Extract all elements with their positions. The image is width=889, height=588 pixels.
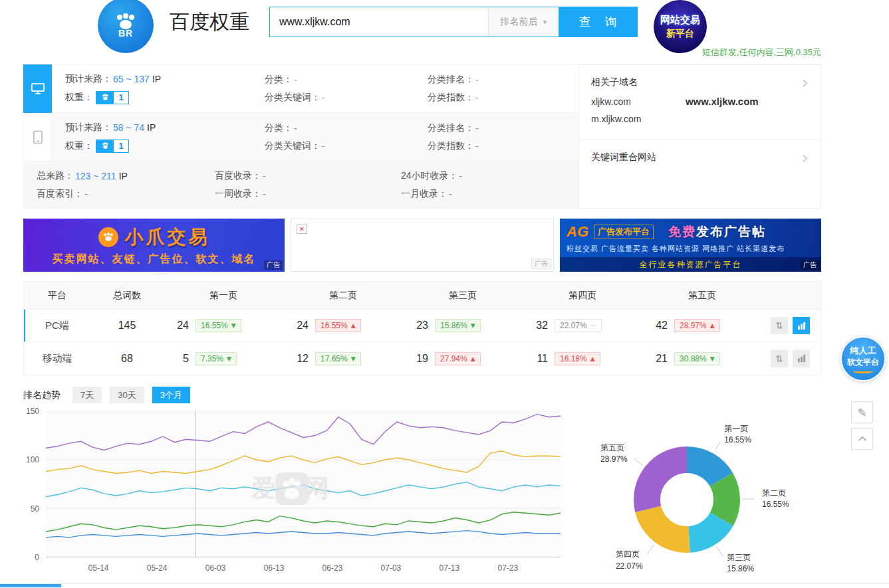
- chevron-right-icon[interactable]: ›: [802, 151, 809, 164]
- phone-icon: [33, 130, 43, 144]
- baidu-collect-value: -: [263, 171, 266, 181]
- trend-bar: 排名趋势 7天30天3个月: [23, 387, 821, 403]
- platform-label: PC端: [24, 320, 90, 332]
- page-count: 42: [652, 320, 668, 332]
- rank-dropdown-label: 排名前后: [500, 16, 537, 28]
- ad-tag: 广告: [531, 258, 551, 269]
- chart-toggle-button[interactable]: [793, 317, 810, 334]
- paw-icon: [101, 93, 110, 102]
- bar-chart-icon: [797, 354, 806, 363]
- chevron-right-icon[interactable]: ›: [802, 76, 809, 89]
- trend-chip-down: 16.55%▼: [195, 319, 241, 332]
- ad3-headline: 免费发布广告帖: [668, 223, 766, 241]
- donut-label-第二页: 第二页16.55%: [762, 488, 789, 511]
- line-chart: 050100150 爱站网 05-1405-2406-0306-1306-230…: [23, 411, 561, 587]
- h24-collect-label: 24小时收录：: [401, 170, 458, 182]
- chart-toggle-button[interactable]: [793, 350, 810, 367]
- soft-article-badge[interactable]: 纯人工 软文平台: [840, 336, 886, 381]
- trend-chip-down: 15.86%▼: [435, 319, 481, 332]
- search-input[interactable]: [270, 7, 488, 37]
- trend-chip-up: 28.97%▲: [674, 319, 720, 332]
- line-chart-plot[interactable]: 爱站网: [46, 411, 561, 557]
- series-第五页: [46, 414, 561, 450]
- page-count: 24: [173, 320, 189, 332]
- baidu-index-value: -: [84, 189, 88, 199]
- badge-line1: 纯人工: [850, 345, 876, 357]
- page-cell-1: 2416.55%▼: [164, 319, 283, 332]
- trend-tabs: 7天30天3个月: [72, 387, 190, 403]
- badge-underline: [853, 369, 873, 373]
- query-button[interactable]: 查 询: [559, 7, 637, 37]
- series-第四页: [46, 451, 561, 474]
- scrollbar-thumb[interactable]: [0, 584, 61, 587]
- pc-catindex-value: -: [475, 92, 479, 103]
- ad-banner-adplatform[interactable]: AG 广告发布平台 免费发布广告帖 粉丝交易 广告流量买卖 各种网站资源 网络推…: [560, 219, 821, 272]
- mobile-stats-row: 预计来路：58 ~ 74IP 权重： 1 分类：- 分类关键词：-: [52, 113, 578, 161]
- baidu-collect-label: 百度收录：: [215, 170, 261, 182]
- total-visits-label: 总来路：: [37, 170, 74, 182]
- week-collect-label: 一周收录：: [215, 188, 261, 200]
- mobile-weight-badge: 1: [96, 140, 129, 153]
- pc-weight-label: 权重：: [65, 92, 93, 104]
- x-tick-06-03: 06-03: [205, 563, 226, 573]
- bottom-strip: [0, 583, 889, 588]
- mobile-catrank-value: -: [475, 123, 479, 134]
- chevron-down-icon: ▾: [543, 17, 547, 27]
- monitor-icon: [31, 82, 45, 95]
- x-tick-05-24: 05-24: [147, 563, 168, 573]
- mobile-catrank-label: 分类排名：: [428, 122, 474, 134]
- edit-button[interactable]: ✎: [851, 401, 873, 423]
- device-icon-column: [23, 64, 52, 161]
- donut-label-第三页: 第三页15.86%: [727, 552, 754, 575]
- series-第一页: [46, 531, 561, 538]
- pc-visits-value: 65 ~ 137: [113, 74, 150, 84]
- subdomain-link-1[interactable]: xljkw.com: [591, 96, 631, 107]
- baidu-index-label: 百度索引：: [37, 188, 83, 200]
- ad-banner-xiaozhua[interactable]: 小爪交易 买卖网站、友链、广告位、软文、域名 广告: [23, 219, 285, 272]
- mobile-category-value: -: [294, 123, 297, 134]
- page-cell-3: 2315.86%▼: [403, 319, 523, 332]
- site-trade-badge[interactable]: 网站交易 新平台: [654, 0, 707, 53]
- col-header-5: 第四页: [523, 290, 642, 302]
- col-header-2: 第一页: [164, 290, 283, 302]
- side-panel: 相关子域名 › xljkw.com www.xljkw.com m.xljkw.…: [578, 64, 821, 208]
- subdomain-link-2[interactable]: m.xljkw.com: [591, 114, 641, 124]
- sort-button[interactable]: ⇅: [771, 350, 788, 367]
- trend-tab-2[interactable]: 3个月: [152, 387, 190, 403]
- trend-tab-0[interactable]: 7天: [72, 387, 102, 403]
- x-tick-07-23: 07-23: [497, 563, 518, 573]
- y-tick-150: 150: [26, 407, 39, 416]
- mobile-visits-label: 预计来路：: [65, 122, 112, 134]
- sms-promo-link[interactable]: 短信群发,任何内容,三网,0.35元: [702, 47, 821, 58]
- pc-category-label: 分类：: [265, 74, 293, 86]
- mobile-category-label: 分类：: [265, 122, 293, 134]
- page-cell-1: 57.35%▼: [164, 352, 283, 365]
- ad-tag: 广告: [264, 260, 283, 270]
- badge-line2: 新平台: [666, 28, 694, 40]
- total-visits-unit: IP: [119, 171, 128, 181]
- header: BR 百度权重 排名前后 ▾ 查 询 网站交易 新平台: [23, 0, 821, 44]
- stats-panel: 预计来路：65 ~ 137IP 权重： 1 分类：- 分类关键词：-: [23, 64, 821, 209]
- trend-flat-icon: —: [590, 322, 596, 329]
- trend-tab-1[interactable]: 30天: [110, 387, 144, 403]
- mobile-catindex-value: -: [475, 141, 479, 151]
- sort-button[interactable]: ⇅: [771, 317, 788, 334]
- x-axis-labels: 05-1405-2406-0306-1306-2307-0307-1307-23: [46, 557, 561, 575]
- back-to-top-button[interactable]: [851, 428, 873, 450]
- y-tick-100: 100: [26, 455, 39, 464]
- table-row-mobile: 移动端6857.35%▼1217.65%▼1927.94%▲1116.18%▲2…: [24, 342, 821, 375]
- overlap-title: 关键词重合网站: [591, 151, 656, 163]
- mobile-visits-unit: IP: [147, 122, 156, 133]
- mobile-catkw-value: -: [322, 141, 325, 151]
- stats-main: 预计来路：65 ~ 137IP 权重： 1 分类：- 分类关键词：-: [52, 64, 578, 161]
- main-domain-link[interactable]: www.xljkw.com: [686, 96, 759, 107]
- trend-chip-up: 16.18%▲: [555, 352, 600, 365]
- trend-down-icon: ▼: [227, 355, 231, 362]
- rank-dropdown[interactable]: 排名前后 ▾: [488, 7, 559, 37]
- ads-row: 小爪交易 买卖网站、友链、广告位、软文、域名 广告 ✕ 广告 AG 广告发布平台…: [23, 219, 821, 272]
- col-header-0: 平台: [24, 290, 90, 302]
- mobile-visits-value: 58 ~ 74: [113, 122, 144, 133]
- ad-banner-empty[interactable]: ✕ 广告: [291, 219, 554, 272]
- trend-label: 排名趋势: [23, 389, 61, 401]
- page-cell-4: 1116.18%▲: [523, 352, 642, 365]
